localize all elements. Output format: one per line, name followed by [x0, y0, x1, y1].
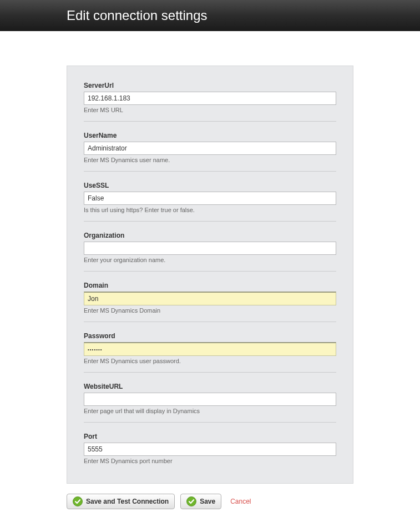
password-input[interactable] — [84, 342, 336, 356]
save-button[interactable]: Save — [180, 494, 221, 509]
websiteurl-input[interactable] — [84, 393, 336, 406]
serverurl-label: ServerUrl — [84, 82, 336, 89]
save-label: Save — [200, 498, 215, 505]
port-input[interactable] — [84, 443, 336, 456]
port-label: Port — [84, 433, 336, 440]
check-circle-icon — [186, 496, 196, 506]
serverurl-hint: Enter MS URL — [84, 107, 336, 113]
password-label: Password — [84, 332, 336, 340]
username-label: UserName — [84, 132, 336, 139]
connection-settings-form: ServerUrl Enter MS URL UserName Enter MS… — [67, 66, 353, 484]
field-group-usessl: UseSSL Is this url using https? Enter tr… — [84, 172, 336, 222]
field-group-serverurl: ServerUrl Enter MS URL — [84, 72, 336, 122]
field-group-organization: Organization Enter your organization nam… — [84, 222, 336, 272]
cancel-link[interactable]: Cancel — [230, 498, 251, 505]
websiteurl-hint: Enter page url that will display in Dyna… — [84, 408, 336, 414]
usessl-hint: Is this url using https? Enter true or f… — [84, 207, 336, 213]
username-input[interactable] — [84, 142, 336, 155]
save-and-test-button[interactable]: Save and Test Connection — [67, 494, 175, 509]
organization-input[interactable] — [84, 242, 336, 255]
save-and-test-label: Save and Test Connection — [86, 498, 169, 505]
port-hint: Enter MS Dynamics port number — [84, 458, 336, 464]
usessl-label: UseSSL — [84, 182, 336, 189]
domain-hint: Enter MS Dynamics Domain — [84, 307, 336, 314]
organization-label: Organization — [84, 232, 336, 239]
page-title: Edit connection settings — [67, 8, 208, 23]
password-hint: Enter MS Dynamics user password. — [84, 358, 336, 364]
domain-label: Domain — [84, 282, 336, 289]
usessl-input[interactable] — [84, 192, 336, 205]
domain-input[interactable] — [84, 292, 336, 305]
field-group-username: UserName Enter MS Dynamics user name. — [84, 122, 336, 172]
field-group-websiteurl: WebsiteURL Enter page url that will disp… — [84, 373, 336, 423]
username-hint: Enter MS Dynamics user name. — [84, 157, 336, 163]
field-group-password: Password Enter MS Dynamics user password… — [84, 322, 336, 373]
websiteurl-label: WebsiteURL — [84, 383, 336, 390]
actions-row: Save and Test Connection Save Cancel — [67, 494, 420, 509]
serverurl-input[interactable] — [84, 92, 336, 105]
header-bar: Edit connection settings — [0, 0, 420, 31]
field-group-domain: Domain Enter MS Dynamics Domain — [84, 272, 336, 322]
field-group-port: Port Enter MS Dynamics port number — [84, 423, 336, 472]
check-circle-icon — [73, 496, 83, 506]
organization-hint: Enter your organization name. — [84, 257, 336, 263]
